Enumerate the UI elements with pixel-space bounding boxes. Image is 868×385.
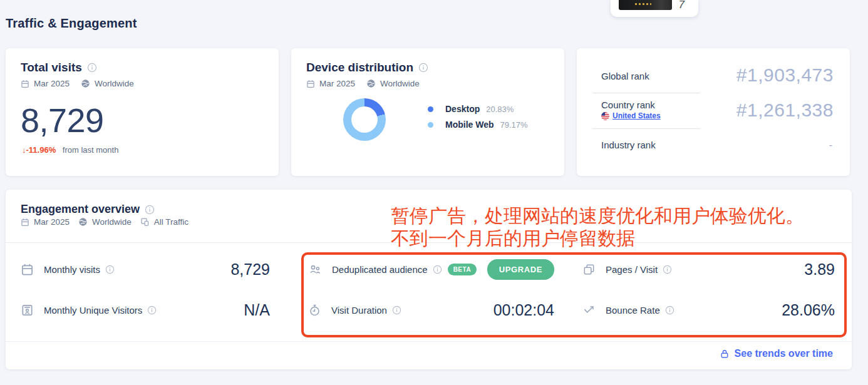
change-note: from last month bbox=[63, 145, 119, 155]
total-visits-card: Total visits Mar 2025 Worldwide 8,729 ↓-… bbox=[6, 48, 279, 176]
rank-card: Global rank #1,903,473 Country rank Unit… bbox=[577, 48, 850, 176]
country-rank-value: #1,261,338 bbox=[736, 100, 834, 121]
device-donut-chart bbox=[343, 98, 386, 141]
legend-item-desktop: Desktop 20.83% bbox=[428, 104, 528, 114]
info-icon[interactable] bbox=[145, 205, 155, 215]
visitor-icon bbox=[21, 304, 34, 317]
pages-icon bbox=[582, 263, 596, 276]
device-distribution-meta: Mar 2025 Worldwide bbox=[306, 79, 420, 88]
metric-monthly-visits: Monthly visits 8,729 bbox=[21, 255, 270, 283]
info-icon[interactable] bbox=[433, 265, 442, 274]
info-icon[interactable] bbox=[87, 63, 97, 73]
bounce-rate-value: 28.06% bbox=[782, 301, 835, 319]
metric-visit-duration: Visit Duration 00:02:04 bbox=[308, 296, 554, 324]
metric-deduplicated-audience: Deduplicated audience BETA UPGRADE bbox=[308, 255, 554, 283]
info-icon[interactable] bbox=[105, 265, 115, 274]
industry-rank-value: - bbox=[829, 140, 832, 151]
globe-icon bbox=[366, 79, 376, 88]
change-value: ↓-11.96% bbox=[22, 145, 56, 155]
engagement-title: Engagement overview bbox=[21, 203, 140, 216]
period-label: Mar 2025 bbox=[34, 217, 70, 227]
calendar-icon bbox=[21, 218, 29, 227]
monthly-visits-value: 8,729 bbox=[230, 260, 270, 279]
info-icon[interactable] bbox=[392, 305, 401, 315]
stopwatch-icon bbox=[308, 304, 321, 317]
all-traffic-icon bbox=[140, 217, 150, 227]
see-trends-link[interactable]: See trends over time bbox=[720, 348, 833, 359]
beta-badge: BETA bbox=[448, 264, 477, 275]
region-label: Worldwide bbox=[95, 79, 134, 88]
globe-icon bbox=[81, 79, 90, 88]
info-icon[interactable] bbox=[147, 305, 157, 315]
industry-rank-label: Industry rank bbox=[601, 140, 656, 150]
country-link[interactable]: United States bbox=[612, 111, 661, 120]
monthly-unique-visitors-value: N/A bbox=[244, 301, 270, 319]
us-flag-icon bbox=[601, 112, 609, 120]
bounce-rate-icon bbox=[582, 304, 596, 317]
period-label: Mar 2025 bbox=[34, 79, 70, 88]
total-visits-title: Total visits bbox=[21, 61, 82, 74]
region-label: Worldwide bbox=[92, 217, 132, 227]
info-icon[interactable] bbox=[418, 63, 428, 73]
device-legend: Desktop 20.83% Mobile Web 79.17% bbox=[428, 104, 528, 130]
metric-pages-per-visit: Pages / Visit 3.89 bbox=[582, 255, 835, 283]
desktop-dot-icon bbox=[428, 106, 433, 112]
total-visits-meta: Mar 2025 Worldwide bbox=[21, 79, 134, 88]
total-visits-value: 8,729 bbox=[21, 102, 104, 138]
device-distribution-title: Device distribution bbox=[306, 61, 413, 74]
country-rank-label: Country rank bbox=[601, 100, 655, 110]
period-label: Mar 2025 bbox=[319, 79, 355, 88]
pages-per-visit-value: 3.89 bbox=[804, 260, 835, 279]
globe-icon bbox=[78, 217, 88, 227]
device-distribution-card: Device distribution Mar 2025 Worldwide D… bbox=[291, 48, 564, 176]
thumbnail-popup-fragment[interactable]: 7 bbox=[611, 0, 698, 17]
global-rank-label: Global rank bbox=[601, 71, 649, 81]
traffic-label: All Traffic bbox=[154, 217, 189, 227]
site-thumbnail-image bbox=[619, 0, 672, 10]
info-icon[interactable] bbox=[665, 305, 674, 315]
mobile-web-dot-icon bbox=[428, 122, 433, 128]
upgrade-button[interactable]: UPGRADE bbox=[487, 259, 554, 280]
page-title: Traffic & Engagement bbox=[6, 16, 137, 31]
calendar-icon bbox=[306, 80, 315, 88]
traffic-engagement-page: 7 Traffic & Engagement Total visits Mar … bbox=[0, 0, 868, 385]
audience-icon bbox=[308, 262, 322, 276]
change-row: ↓-11.96% from last month bbox=[22, 145, 118, 155]
global-rank-value: #1,903,473 bbox=[736, 64, 834, 86]
thumbnail-caption-fragment: 7 bbox=[679, 0, 685, 11]
metric-bounce-rate: Bounce Rate 28.06% bbox=[582, 296, 835, 324]
visit-duration-value: 00:02:04 bbox=[493, 301, 554, 319]
info-icon[interactable] bbox=[663, 265, 672, 274]
region-label: Worldwide bbox=[380, 79, 420, 88]
metric-monthly-unique-visitors: Monthly Unique Visitors N/A bbox=[21, 296, 270, 324]
calendar-icon bbox=[21, 80, 29, 88]
calendar-icon bbox=[21, 263, 34, 276]
legend-item-mobile-web: Mobile Web 79.17% bbox=[428, 120, 528, 130]
lock-icon bbox=[720, 349, 730, 359]
annotation-text: 暂停广告，处理网站的速度优化和用户体验优化。 不到一个月后的用户停留数据 bbox=[391, 205, 804, 250]
engagement-meta: Mar 2025 Worldwide All Traffic bbox=[21, 217, 189, 227]
